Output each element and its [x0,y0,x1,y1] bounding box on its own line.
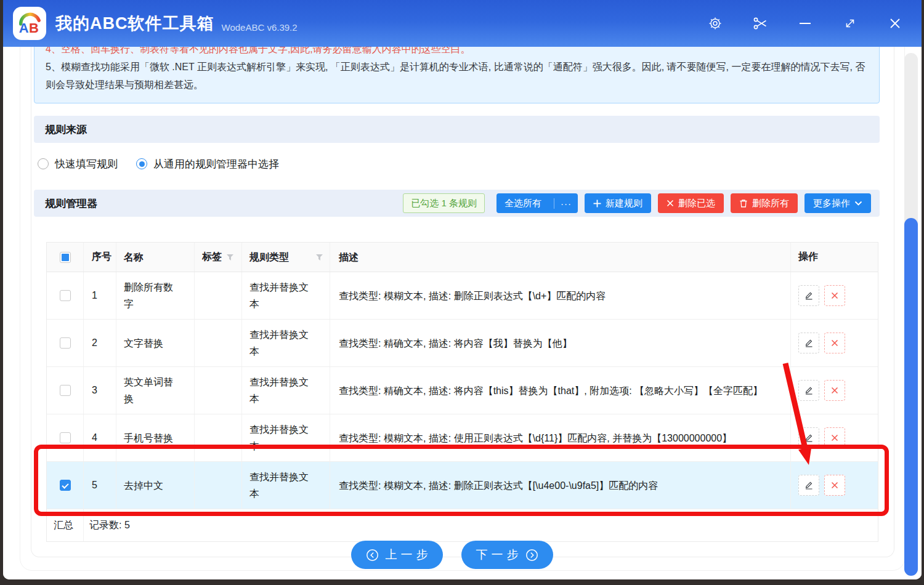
cell-tag [195,462,242,509]
cell-no: 2 [84,320,116,366]
svg-text:A: A [19,20,29,36]
rule-manager-title: 规则管理器 [45,196,97,211]
red-x-icon [830,339,839,347]
table-summary-row: 汇总 记录数: 5 [47,509,878,541]
resize-icon[interactable] [842,15,858,31]
cell-no: 3 [84,367,116,414]
circle-chevron-right-icon [525,549,538,562]
titlebar: A B 我的ABC软件工具箱 WodeABC v6.39.2 [3,0,922,47]
radio-from-manager-label[interactable]: 从通用的规则管理器中选择 [153,157,279,171]
cell-no: 4 [84,414,116,461]
close-icon[interactable] [887,15,903,31]
table-row: 4 手机号替换 查找并替换文本 查找类型: 模糊文本, 描述: 使用正则表达式【… [47,414,878,462]
cell-tag [195,272,242,319]
row-checkbox[interactable] [60,432,71,443]
header-ops: 操作 [791,243,878,272]
rules-table: 序号 名称 标签 规则类型 描述 操作 [46,242,878,542]
cell-tag [195,320,242,366]
edit-rule-button[interactable] [798,427,819,448]
header-desc: 描述 [330,243,791,272]
next-step-button[interactable]: 下一步 [461,541,553,569]
page-content: 4、空格、回车换行、制表符等看不见的内容也属于文字,因此,请务必留意输入内容中的… [3,47,922,579]
cell-desc: 查找类型: 模糊文本, 描述: 删除正则表达式【[\u4e00-\u9fa5]】… [330,462,791,509]
cell-desc: 查找类型: 模糊文本, 描述: 删除正则表达式【\d+】匹配的内容 [330,272,791,319]
pencil-icon [804,291,814,301]
edit-rule-button[interactable] [798,475,819,496]
scrollbar-thumb[interactable] [904,218,918,576]
cell-desc: 查找类型: 精确文本, 描述: 将内容【我】替换为【他】 [330,320,791,366]
edit-rule-button[interactable] [798,285,819,306]
row-checkbox[interactable] [60,290,71,301]
notice-box: 4、空格、回车换行、制表符等看不见的内容也属于文字,因此,请务必留意输入内容中的… [34,47,880,103]
row-checkbox-checked[interactable] [60,480,71,491]
header-tag: 标签 [195,243,242,272]
checked-count-badge: 已勾选 1 条规则 [403,193,485,213]
cell-type: 查找并替换文本 [242,462,330,509]
chevron-down-icon [854,201,862,206]
pencil-icon [804,338,814,348]
select-all-more-icon[interactable]: ··· [554,198,578,209]
app-logo: A B [13,7,46,40]
header-name: 名称 [116,243,195,272]
select-all-button[interactable]: 全选所有 ··· [496,193,578,213]
table-row: 3 英文单词替换 查找并替换文本 查找类型: 精确文本, 描述: 将内容【thi… [47,367,878,414]
table-row: 2 文字替换 查找并替换文本 查找类型: 精确文本, 描述: 将内容【我】替换为… [47,320,878,367]
rule-source-header: 规则来源 [34,116,880,143]
cell-name: 去掉中文 [116,462,195,509]
delete-rule-button[interactable] [824,285,845,306]
trash-icon [739,199,748,208]
red-x-icon [830,291,839,300]
minimize-icon[interactable] [797,15,813,31]
cell-desc: 查找类型: 精确文本, 描述: 将内容【this】替换为【that】, 附加选项… [330,367,791,414]
delete-selected-button[interactable]: 删除已选 [658,193,724,213]
table-row-selected: 5 去掉中文 查找并替换文本 查找类型: 模糊文本, 描述: 删除正则表达式【[… [47,462,878,509]
delete-rule-button[interactable] [824,427,845,448]
filter-funnel-icon[interactable] [226,254,234,261]
edit-rule-button[interactable] [798,333,819,353]
pencil-icon [804,433,814,443]
red-x-icon [830,481,839,490]
more-actions-button[interactable]: 更多操作 [804,193,871,213]
header-type: 规则类型 [242,243,330,272]
header-no: 序号 [84,243,116,272]
cell-no: 5 [84,462,116,509]
delete-rule-button[interactable] [824,333,845,353]
cell-name: 手机号替换 [116,414,195,461]
cell-type: 查找并替换文本 [242,367,330,414]
x-icon [667,200,674,207]
radio-quick-fill-label[interactable]: 快速填写规则 [55,157,118,171]
pencil-icon [804,480,814,490]
edit-rule-button[interactable] [798,380,819,401]
radio-from-manager[interactable] [136,158,147,169]
filter-funnel-icon[interactable] [315,254,323,261]
cell-type: 查找并替换文本 [242,414,330,461]
settings-gear-icon[interactable] [707,15,723,31]
select-all-checkbox[interactable] [60,252,71,263]
radio-quick-fill[interactable] [38,158,49,169]
app-title: 我的ABC软件工具箱 [55,12,214,34]
row-checkbox[interactable] [60,385,71,396]
vertical-scrollbar[interactable] [904,53,918,576]
new-rule-button[interactable]: 新建规则 [585,193,651,213]
table-row: 1 删除所有数字 查找并替换文本 查找类型: 模糊文本, 描述: 删除正则表达式… [47,272,878,320]
app-version: WodeABC v6.39.2 [222,22,298,33]
scissors-icon[interactable] [752,15,768,31]
prev-step-button[interactable]: 上一步 [351,541,443,569]
summary-label: 汇总 [47,509,84,541]
wizard-panel: 4、空格、回车换行、制表符等看不见的内容也属于文字,因此,请务必留意输入内容中的… [31,47,894,557]
plus-icon [593,200,601,208]
cell-no: 1 [84,272,116,319]
cell-name: 文字替换 [116,320,195,366]
delete-rule-button[interactable] [824,380,845,401]
cell-type: 查找并替换文本 [242,272,330,319]
notice-clipped-line: 4、空格、回车换行、制表符等看不见的内容也属于文字,因此,请务必留意输入内容中的… [46,47,868,58]
app-window: A B 我的ABC软件工具箱 WodeABC v6.39.2 [3,0,922,579]
cell-name: 英文单词替换 [116,367,195,414]
cell-desc: 查找类型: 模糊文本, 描述: 使用正则表达式【\d{11}】匹配内容, 并替换… [330,414,791,461]
summary-value: 记录数: 5 [84,509,878,541]
row-checkbox[interactable] [60,337,71,349]
delete-rule-button[interactable] [824,475,845,496]
wizard-footer: 上一步 下一步 [3,541,901,569]
circle-chevron-left-icon [366,549,379,562]
delete-all-button[interactable]: 删除所有 [731,193,798,213]
